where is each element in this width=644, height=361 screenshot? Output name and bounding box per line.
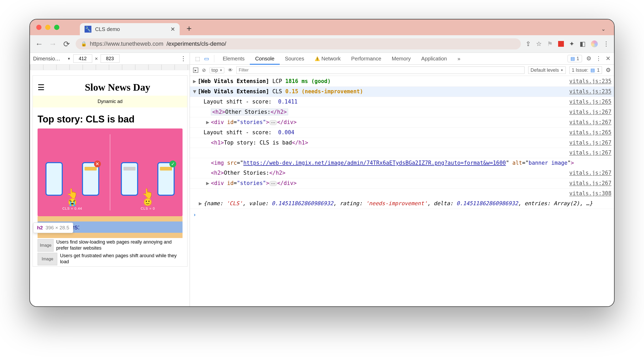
- tooltip-tag: h2: [37, 225, 43, 231]
- list-item[interactable]: Image Users find slow-loading web pages …: [38, 239, 183, 252]
- context-selector[interactable]: top ▼: [210, 67, 224, 73]
- dimensions-label[interactable]: Dimensio…: [33, 56, 65, 62]
- settings-icon[interactable]: ⚙: [586, 55, 591, 62]
- source-link[interactable]: vitals.js:267: [566, 107, 611, 117]
- address-bar: ← → ⟳ 🔒 https://www.tunetheweb.com/exper…: [30, 35, 614, 53]
- forward-button[interactable]: →: [48, 39, 57, 48]
- console-prompt[interactable]: ›: [190, 209, 614, 220]
- console-row[interactable]: <h2>Other Stories:</h2> vitals.js:267: [190, 107, 614, 117]
- console-row[interactable]: <h1>Top story: CLS is bad</h1> vitals.js…: [190, 138, 614, 148]
- tab-network[interactable]: ⚠️ Network: [309, 53, 346, 64]
- source-link[interactable]: vitals.js:267: [566, 117, 611, 127]
- site-title: Slow News Day: [53, 81, 183, 93]
- source-link[interactable]: vitals.js:308: [566, 189, 611, 199]
- console-row[interactable]: ▶ [Web Vitals Extension] LCP 1816 ms (go…: [190, 76, 614, 87]
- title-bar: 🔧 CLS demo × + ⌄: [30, 19, 614, 35]
- bookmark-icon[interactable]: ☆: [536, 40, 542, 48]
- clear-console-icon[interactable]: ⊘: [202, 67, 206, 73]
- url-path: /experiments/cls-demo/: [167, 40, 226, 47]
- tabs-dropdown-icon[interactable]: ⌄: [601, 26, 606, 32]
- console-row[interactable]: vitals.js:267: [190, 148, 614, 158]
- device-more-icon[interactable]: ⋮: [180, 55, 186, 62]
- devtools-menu-icon[interactable]: ⋮: [596, 55, 601, 62]
- source-link[interactable]: vitals.js:235: [566, 87, 611, 97]
- console-row[interactable]: <img src="https://web-dev.imgix.net/imag…: [190, 158, 614, 168]
- source-link[interactable]: vitals.js:267: [566, 138, 611, 148]
- source-link[interactable]: vitals.js:267: [566, 148, 611, 158]
- shift-overlay-top: [38, 216, 183, 221]
- window-max-icon[interactable]: [54, 25, 59, 30]
- inspect-icon[interactable]: ⬚: [193, 55, 202, 62]
- extension-red-icon[interactable]: [558, 41, 564, 47]
- list-item[interactable]: Image Users get frustrated when pages sh…: [38, 253, 183, 265]
- console-row[interactable]: ▶ <div id="stories">⋯</div> vitals.js:26…: [190, 178, 614, 189]
- browser-window: 🔧 CLS demo × + ⌄ ← → ⟳ 🔒 https://www.tun…: [29, 19, 615, 307]
- back-button[interactable]: ←: [35, 39, 44, 48]
- execution-icon[interactable]: ▶: [193, 68, 198, 73]
- warning-icon: ⚠️: [315, 56, 320, 61]
- window-min-icon[interactable]: [45, 25, 50, 30]
- source-link[interactable]: vitals.js:267: [566, 178, 611, 188]
- device-toggle-icon[interactable]: ▭: [202, 55, 211, 62]
- caret-down-icon: ▼: [220, 69, 222, 72]
- log-levels-selector[interactable]: Default levels ▼: [528, 66, 566, 74]
- flag-icon[interactable]: ⚑: [547, 40, 553, 48]
- console-settings-icon[interactable]: ⚙: [606, 67, 611, 74]
- shift-overlay-bottom: [38, 233, 183, 238]
- expand-icon[interactable]: ▶: [197, 199, 204, 209]
- tabs-overflow-icon[interactable]: »: [452, 53, 466, 64]
- page-frame: ☰ Slow News Day Dynamic ad Top story: CL…: [33, 75, 188, 267]
- height-input[interactable]: [101, 54, 120, 63]
- browser-tab[interactable]: 🔧 CLS demo ×: [80, 23, 180, 35]
- device-pane: Dimensio… ▼ × ⋮ ☰ Slow News Day Dynamic …: [30, 53, 190, 307]
- tab-performance[interactable]: Performance: [346, 53, 387, 64]
- avatar-icon[interactable]: [591, 40, 598, 47]
- tab-memory[interactable]: Memory: [387, 53, 416, 64]
- issues-badge[interactable]: ▤1: [568, 55, 582, 62]
- main-split: Dimensio… ▼ × ⋮ ☰ Slow News Day Dynamic …: [30, 53, 614, 307]
- browser-menu-icon[interactable]: ⋮: [603, 40, 609, 48]
- expand-icon[interactable]: ▶: [205, 178, 211, 188]
- issues-counter[interactable]: 1 Issue: ▤ 1: [569, 66, 602, 74]
- console-row[interactable]: Layout shift - score: 0.1411 vitals.js:2…: [190, 97, 614, 107]
- console-row[interactable]: ▼ [Web Vitals Extension] CLS 0.15 (needs…: [190, 87, 614, 97]
- ruler: [30, 65, 190, 70]
- tab-application[interactable]: Application: [416, 53, 452, 64]
- face-cry-icon: 😭: [40, 198, 104, 207]
- console-row[interactable]: Layout shift - score: 0.004 vitals.js:26…: [190, 128, 614, 138]
- banner-left: 👆 ✕ 😭 CLS = 0.44: [40, 148, 104, 210]
- expand-icon[interactable]: ▶: [205, 117, 211, 127]
- devtools-close-icon[interactable]: ✕: [606, 55, 610, 62]
- top-story-heading: Top story: CLS is bad: [38, 114, 183, 125]
- dimensions-caret-icon[interactable]: ▼: [67, 57, 71, 61]
- window-close-icon[interactable]: [36, 25, 41, 30]
- filter-input[interactable]: [236, 66, 524, 74]
- expand-icon[interactable]: ▶: [191, 76, 198, 86]
- url-field[interactable]: 🔒 https://www.tunetheweb.com/experiments…: [76, 38, 521, 49]
- share-icon[interactable]: ⇪: [526, 40, 531, 48]
- source-link[interactable]: vitals.js:235: [566, 76, 611, 86]
- source-link[interactable]: vitals.js:267: [566, 168, 611, 178]
- source-link[interactable]: vitals.js:265: [566, 128, 611, 138]
- console-row[interactable]: ▶ {name: 'CLS', value: 0.145118628609869…: [190, 199, 614, 209]
- console-row[interactable]: ▶ <div id="stories">⋯</div> vitals.js:26…: [190, 117, 614, 128]
- console-row[interactable]: vitals.js:308: [190, 189, 614, 199]
- tooltip-dims: 396 × 28.5: [45, 225, 69, 231]
- menu-icon[interactable]: ☰: [38, 83, 45, 92]
- ad-slot: Dynamic ad: [33, 96, 187, 107]
- cls-left-value: CLS = 0.44: [40, 207, 104, 210]
- extensions-icon[interactable]: ✦: [569, 40, 574, 48]
- new-tab-button[interactable]: +: [186, 23, 192, 34]
- console-row[interactable]: <h2>Other Stories:</h2> vitals.js:267: [190, 168, 614, 178]
- tab-sources[interactable]: Sources: [280, 53, 309, 64]
- source-link[interactable]: vitals.js:265: [566, 97, 611, 107]
- live-expression-icon[interactable]: 👁: [228, 68, 233, 73]
- tab-close-icon[interactable]: ×: [171, 25, 175, 33]
- chat-icon: ▤: [590, 67, 595, 73]
- sidepanel-icon[interactable]: ◧: [580, 40, 586, 48]
- width-input[interactable]: [73, 54, 92, 63]
- tab-elements[interactable]: Elements: [217, 53, 250, 64]
- collapse-icon[interactable]: ▼: [191, 87, 198, 97]
- reload-button[interactable]: ⟳: [62, 39, 71, 49]
- tab-console[interactable]: Console: [250, 53, 279, 64]
